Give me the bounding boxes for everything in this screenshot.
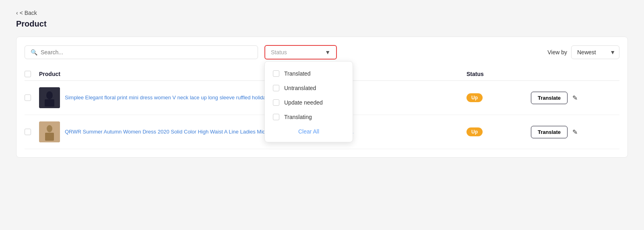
dropdown-item-label-untranslated: Untranslated [284,85,316,91]
product-thumbnail-2 [39,121,60,142]
status-cell-1: Up [466,93,531,102]
dropdown-item-label-update-needed: Update needed [284,99,323,106]
product-cell-1: Simplee Elegant floral print mini dress … [39,87,466,108]
main-card: 🔍 Status ▼ Translated Untran [16,37,628,158]
page-wrapper: ‹ < Back Product 🔍 Status ▼ [0,0,644,230]
dropdown-item-update-needed[interactable]: Update needed [265,95,353,110]
select-all-checkbox[interactable] [25,71,31,77]
view-by-select-wrapper: Newest Oldest A-Z Z-A ▼ [571,45,619,59]
actions-cell-1: Translate ✎ [531,92,595,104]
dropdown-item-translated[interactable]: Translated [265,66,353,81]
edit-button-1[interactable]: ✎ [571,92,579,103]
translate-button-2[interactable]: Translate [531,126,568,138]
view-by-section: View by Newest Oldest A-Z Z-A ▼ [547,45,619,59]
col-header-status: Status [466,71,531,77]
svg-rect-5 [45,133,54,141]
row-checkbox-1[interactable] [25,94,31,101]
col-header-product: Product [39,71,466,77]
back-chevron-icon: ‹ [16,10,18,16]
dropdown-item-label-translated: Translated [284,70,311,77]
back-label: < Back [20,10,37,16]
checkbox-translated[interactable] [273,70,279,77]
checkbox-translating[interactable] [273,114,279,120]
status-badge-2: Up [466,127,483,136]
svg-point-1 [46,91,53,99]
view-by-select[interactable]: Newest Oldest A-Z Z-A [571,45,619,59]
dropdown-item-translating[interactable]: Translating [265,110,353,124]
status-button[interactable]: Status ▼ [264,45,337,60]
status-label: Status [271,49,287,55]
translate-button-1[interactable]: Translate [531,92,568,104]
view-by-label: View by [547,49,567,55]
svg-point-4 [47,125,52,132]
status-dropdown-wrapper: Status ▼ Translated Untranslated [264,45,337,60]
back-link[interactable]: ‹ < Back [16,10,628,16]
search-input[interactable] [41,49,252,55]
clear-all-button[interactable]: Clear All [265,124,353,139]
search-box: 🔍 [25,45,258,59]
status-cell-2: Up [466,127,531,136]
chevron-down-icon: ▼ [325,49,330,55]
status-badge-1: Up [466,93,483,102]
edit-button-2[interactable]: ✎ [571,127,579,138]
actions-cell-2: Translate ✎ [531,126,595,138]
product-cell-2: QRWR Summer Autumn Women Dress 2020 Soli… [39,121,466,142]
dropdown-item-untranslated[interactable]: Untranslated [265,81,353,95]
toolbar: 🔍 Status ▼ Translated Untran [25,45,619,60]
product-thumbnail-1 [39,87,60,108]
page-title: Product [16,19,628,29]
dropdown-item-label-translating: Translating [284,114,312,120]
search-icon: 🔍 [31,49,37,55]
svg-rect-2 [45,99,54,107]
row-checkbox-2[interactable] [25,129,31,135]
status-dropdown-menu: Translated Untranslated Update needed Tr… [264,61,353,142]
checkbox-update-needed[interactable] [273,99,279,106]
checkbox-untranslated[interactable] [273,85,279,91]
